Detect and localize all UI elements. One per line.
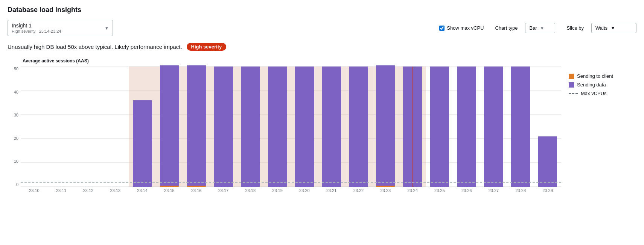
- legend-item: Max vCPUs: [569, 91, 636, 96]
- bar-group: [156, 67, 183, 187]
- slice-by-dropdown[interactable]: Waits ▼: [591, 23, 636, 33]
- insight-name: Insight 1: [12, 23, 109, 29]
- show-max-vcpu-control: Show max vCPU: [439, 25, 484, 31]
- bar-group: [264, 67, 291, 187]
- bar-sending-data: [295, 67, 314, 187]
- bar-sending-data: [268, 67, 287, 187]
- bar-sending-data: [430, 67, 449, 187]
- bar-group: [210, 67, 237, 187]
- page-title: Database load insights: [8, 6, 636, 14]
- chart-type-dropdown[interactable]: Bar ▼: [525, 23, 555, 33]
- bar-group: [21, 67, 48, 187]
- insight-time-range: 23:14-23:24: [39, 29, 61, 33]
- slice-by-value: Waits: [595, 25, 607, 31]
- y-tick: 40: [8, 90, 18, 94]
- bar-sending-data: [241, 67, 260, 187]
- bar-sending-data: [322, 67, 341, 187]
- max-vcpu-line: [21, 182, 561, 183]
- severity-badge: High severity: [187, 43, 227, 51]
- bar-group: [372, 67, 399, 187]
- bars-layer: [21, 67, 561, 187]
- chart-plot: [21, 67, 561, 187]
- slice-by-arrow: ▼: [611, 25, 615, 31]
- x-label: 23:25: [426, 188, 453, 193]
- legend-label: Sending to client: [577, 73, 613, 79]
- x-label: 23:12: [75, 188, 102, 193]
- x-label: 23:20: [291, 188, 318, 193]
- bar-sending-data: [538, 136, 557, 187]
- x-label: 23:21: [318, 188, 345, 193]
- show-max-vcpu-checkbox[interactable]: [439, 26, 445, 31]
- x-label: 23:13: [102, 188, 129, 193]
- x-label: 23:24: [399, 188, 426, 193]
- bar-group: [183, 67, 210, 187]
- x-label: 23:17: [210, 188, 237, 193]
- bar-sending-to-client: [160, 186, 179, 187]
- controls-row: Insight 1 High severity 23:14-23:24 ▼ Sh…: [8, 20, 636, 36]
- bar-group: [453, 67, 480, 187]
- x-label: 23:14: [129, 188, 156, 193]
- chart-type-label: Chart type: [495, 25, 518, 31]
- x-label: 23:11: [48, 188, 75, 193]
- chart-area: Average active sessions (AAS) 0102030405…: [8, 58, 561, 193]
- alert-message: Unusually high DB load 50x above typical…: [8, 44, 182, 50]
- legend: Sending to clientSending dataMax vCPUs: [569, 58, 636, 96]
- y-tick: 50: [8, 67, 18, 71]
- legend-color-swatch: [569, 74, 574, 79]
- bar-sending-data: [349, 67, 368, 187]
- y-tick: 20: [8, 136, 18, 141]
- bar-sending-data: [484, 67, 503, 187]
- y-tick: 30: [8, 113, 18, 117]
- bar-group: [426, 67, 453, 187]
- y-tick: 0: [8, 182, 18, 187]
- x-label: 23:27: [480, 188, 507, 193]
- alert-row: Unusually high DB load 50x above typical…: [8, 43, 636, 51]
- bar-sending-data: [511, 67, 530, 187]
- bar-sending-data: [187, 65, 206, 186]
- x-label: 23:10: [21, 188, 48, 193]
- bar-group: [345, 67, 372, 187]
- bar-group: [129, 67, 156, 187]
- x-label: 23:22: [345, 188, 372, 193]
- chart-container: Average active sessions (AAS) 0102030405…: [8, 58, 636, 193]
- bar-sending-data: [376, 65, 395, 186]
- bar-group: [291, 67, 318, 187]
- insight-meta: High severity 23:14-23:24: [12, 29, 109, 33]
- x-label: 23:18: [237, 188, 264, 193]
- bar-group: [318, 67, 345, 187]
- x-label: 23:28: [507, 188, 534, 193]
- legend-dashed-line: [569, 93, 578, 94]
- red-line: [413, 67, 413, 187]
- x-label: 23:16: [183, 188, 210, 193]
- insight-selector[interactable]: Insight 1 High severity 23:14-23:24 ▼: [8, 20, 113, 36]
- x-axis: 23:1023:1123:1223:1323:1423:1523:1623:17…: [21, 188, 561, 193]
- legend-item: Sending to client: [569, 73, 636, 79]
- chart-type-arrow: ▼: [540, 26, 544, 30]
- x-label: 23:26: [453, 188, 480, 193]
- insight-severity: High severity: [12, 29, 36, 33]
- bar-group: [48, 67, 75, 187]
- legend-label: Sending data: [577, 82, 606, 88]
- x-label: 23:29: [534, 188, 561, 193]
- y-axis-label: Average active sessions (AAS): [23, 58, 561, 64]
- bar-sending-data: [214, 67, 233, 187]
- chart-inner: 01020304050: [8, 67, 561, 187]
- bar-group: [534, 67, 561, 187]
- bar-group: [507, 67, 534, 187]
- legend-item: Sending data: [569, 82, 636, 88]
- bar-group: [75, 67, 102, 187]
- bar-sending-data: [160, 65, 179, 186]
- bar-sending-to-client: [187, 186, 206, 187]
- x-label: 23:19: [264, 188, 291, 193]
- bar-group: [237, 67, 264, 187]
- bar-sending-to-client: [376, 186, 395, 187]
- legend-label: Max vCPUs: [581, 91, 607, 96]
- x-label: 23:23: [372, 188, 399, 193]
- slice-by-label: Slice by: [566, 25, 584, 31]
- bar-sending-data: [133, 100, 152, 187]
- legend-color-swatch: [569, 82, 574, 88]
- bar-group: [480, 67, 507, 187]
- bar-group: [102, 67, 129, 187]
- show-max-vcpu-label: Show max vCPU: [447, 25, 484, 31]
- x-label: 23:15: [156, 188, 183, 193]
